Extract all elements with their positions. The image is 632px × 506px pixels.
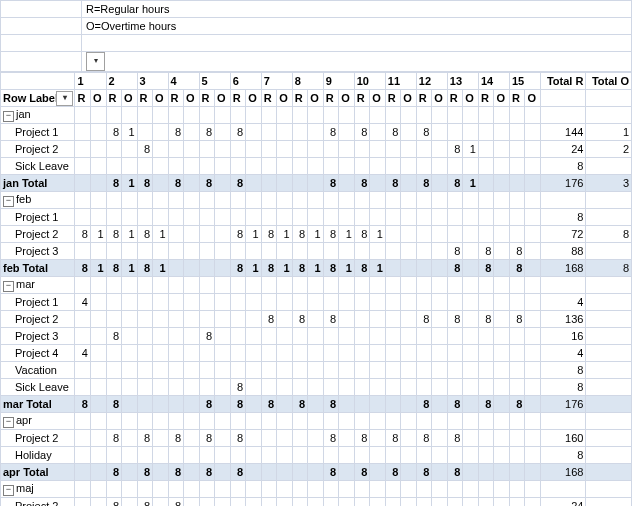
collapse-toggle[interactable]: − (3, 281, 14, 292)
cell (168, 243, 184, 260)
cell (401, 192, 417, 209)
group-mar[interactable]: −mar (1, 277, 75, 294)
cell (432, 158, 448, 175)
cell (494, 396, 510, 413)
cell (246, 311, 262, 328)
cell (184, 158, 200, 175)
cell (106, 141, 122, 158)
cell (385, 192, 401, 209)
item-vacation: Vacation (1, 362, 75, 379)
day-header-8: 8 (292, 73, 323, 90)
cell (215, 464, 231, 481)
cell (261, 328, 277, 345)
cell: 8 (199, 175, 215, 192)
cell (261, 158, 277, 175)
cell (509, 175, 525, 192)
cell (277, 243, 293, 260)
cell (292, 345, 308, 362)
cell (432, 243, 448, 260)
cell (401, 107, 417, 124)
cell (494, 498, 510, 507)
cell: 8 (416, 430, 432, 447)
sub-header-R: R (261, 90, 277, 107)
total-feb-total: feb Total (1, 260, 75, 277)
cell (323, 413, 339, 430)
total-o-cell (586, 481, 632, 498)
day-header-9: 9 (323, 73, 354, 90)
group-maj[interactable]: −maj (1, 481, 75, 498)
cell (261, 243, 277, 260)
cell (75, 107, 91, 124)
cell: 8 (261, 226, 277, 243)
sub-header-R: R (416, 90, 432, 107)
collapse-toggle[interactable]: − (3, 196, 14, 207)
row-labels-header[interactable]: Row Labels▾ (1, 90, 75, 107)
cell (385, 243, 401, 260)
cell (153, 124, 169, 141)
cell (122, 481, 138, 498)
cell (370, 141, 386, 158)
cell (75, 464, 91, 481)
cell: 1 (308, 260, 324, 277)
cell (153, 107, 169, 124)
cell: 8 (230, 175, 246, 192)
cell (354, 141, 370, 158)
day-header-6: 6 (230, 73, 261, 90)
cell (168, 192, 184, 209)
cell (122, 192, 138, 209)
cell (261, 413, 277, 430)
cell (509, 226, 525, 243)
cell (137, 413, 153, 430)
collapse-toggle[interactable]: − (3, 485, 14, 496)
cell (153, 311, 169, 328)
cell (509, 481, 525, 498)
cell: 8 (509, 243, 525, 260)
cell (75, 481, 91, 498)
cell (230, 141, 246, 158)
cell: 8 (168, 175, 184, 192)
cell (199, 379, 215, 396)
cell (184, 226, 200, 243)
cell (416, 192, 432, 209)
cell (277, 413, 293, 430)
cell (122, 328, 138, 345)
group-feb[interactable]: −feb (1, 192, 75, 209)
cell (354, 158, 370, 175)
cell: 8 (199, 124, 215, 141)
cell (339, 311, 355, 328)
row-labels-filter[interactable]: ▾ (56, 91, 73, 106)
cell (246, 464, 262, 481)
cell (199, 226, 215, 243)
cell (525, 498, 541, 507)
cell (447, 481, 463, 498)
cell (90, 158, 106, 175)
total-r-cell: 176 (540, 396, 586, 413)
cell (122, 362, 138, 379)
cell (370, 124, 386, 141)
cell (370, 175, 386, 192)
cell (509, 430, 525, 447)
item-project-4: Project 4 (1, 345, 75, 362)
sub-header-R: R (230, 90, 246, 107)
collapse-toggle[interactable]: − (3, 111, 14, 122)
cell (215, 413, 231, 430)
column-dropdown[interactable]: ▾ (86, 52, 105, 71)
cell (215, 396, 231, 413)
group-apr[interactable]: −apr (1, 413, 75, 430)
cell (339, 498, 355, 507)
cell (261, 124, 277, 141)
cell (90, 209, 106, 226)
cell: 8 (354, 430, 370, 447)
collapse-toggle[interactable]: − (3, 417, 14, 428)
cell (401, 481, 417, 498)
cell (478, 413, 494, 430)
cell (447, 362, 463, 379)
cell: 8 (478, 396, 494, 413)
total-o-cell: 2 (586, 141, 632, 158)
cell (401, 430, 417, 447)
group-jan[interactable]: −jan (1, 107, 75, 124)
sub-header-R: R (137, 90, 153, 107)
cell (230, 158, 246, 175)
cell (370, 158, 386, 175)
cell: 8 (447, 311, 463, 328)
